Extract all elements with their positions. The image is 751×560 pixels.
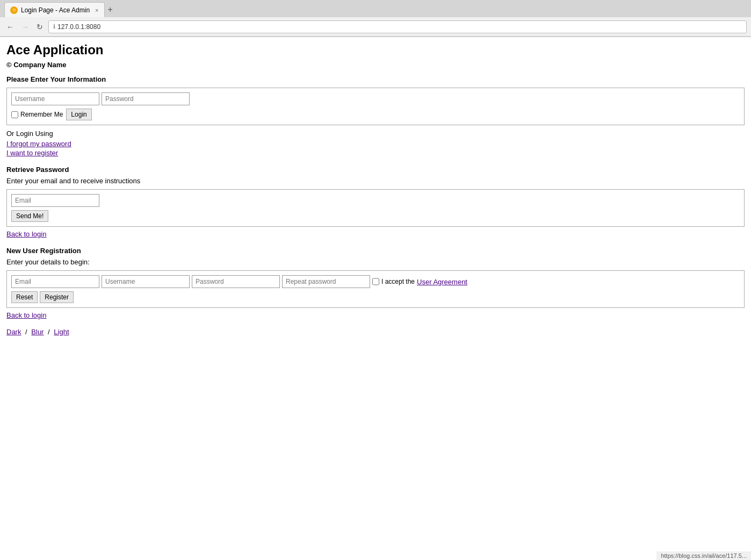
registration-password-input[interactable] bbox=[192, 275, 280, 288]
theme-links: Dark / Blur / Light bbox=[6, 328, 745, 336]
password-input[interactable] bbox=[102, 92, 190, 105]
login-section-heading: Please Enter Your Information bbox=[6, 75, 745, 83]
back-button[interactable]: ← bbox=[4, 21, 16, 32]
tab-close-button[interactable]: × bbox=[95, 7, 98, 13]
registration-repeat-password-input[interactable] bbox=[282, 275, 370, 288]
registration-section: New User Registration Enter your details… bbox=[6, 247, 745, 319]
reset-button[interactable]: Reset bbox=[11, 291, 38, 303]
send-me-button[interactable]: Send Me! bbox=[11, 210, 48, 222]
refresh-button[interactable]: ↻ bbox=[34, 21, 45, 32]
username-input[interactable] bbox=[11, 92, 99, 105]
forgot-password-link[interactable]: I forgot my password bbox=[6, 140, 745, 148]
retrieve-section: Retrieve Password Enter your email and t… bbox=[6, 166, 745, 238]
registration-form: I accept the User Agreement Reset Regist… bbox=[6, 270, 745, 308]
address-bar[interactable]: ℹ 127.0.0.1:8080 bbox=[48, 20, 747, 33]
theme-separator-1: / bbox=[25, 328, 27, 336]
retrieve-description: Enter your email and to receive instruct… bbox=[6, 177, 745, 185]
or-login-text: Or Login Using bbox=[6, 130, 745, 138]
registration-description: Enter your details to begin: bbox=[6, 258, 745, 266]
dark-theme-link[interactable]: Dark bbox=[6, 328, 21, 336]
active-tab[interactable]: ⊙ Login Page - Ace Admin × bbox=[4, 2, 105, 17]
remember-me-label: Remember Me bbox=[11, 111, 63, 118]
blur-theme-link[interactable]: Blur bbox=[31, 328, 44, 336]
theme-separator-2: / bbox=[48, 328, 50, 336]
registration-username-input[interactable] bbox=[102, 275, 190, 288]
app-title: Ace Application bbox=[6, 42, 745, 58]
login-row: Remember Me Login bbox=[11, 109, 740, 120]
nav-bar: ← → ↻ ℹ 127.0.0.1:8080 bbox=[0, 17, 751, 37]
retrieve-email-input[interactable] bbox=[11, 194, 99, 207]
login-inputs bbox=[11, 92, 740, 105]
registration-back-to-login-link[interactable]: Back to login bbox=[6, 311, 745, 319]
browser-chrome: ⊙ Login Page - Ace Admin × + ← → ↻ ℹ 127… bbox=[0, 0, 751, 37]
login-button[interactable]: Login bbox=[66, 109, 91, 120]
new-tab-button[interactable]: + bbox=[105, 5, 116, 15]
tab-bar: ⊙ Login Page - Ace Admin × + bbox=[0, 0, 751, 17]
company-name: © Company Name bbox=[6, 61, 745, 69]
registration-buttons: Reset Register bbox=[11, 291, 740, 303]
page-content: Ace Application © Company Name Please En… bbox=[0, 37, 751, 341]
light-theme-link[interactable]: Light bbox=[54, 328, 69, 336]
retrieve-heading: Retrieve Password bbox=[6, 166, 745, 174]
lock-icon: ℹ bbox=[53, 23, 55, 30]
retrieve-back-to-login-link[interactable]: Back to login bbox=[6, 230, 745, 238]
login-form: Remember Me Login bbox=[6, 88, 745, 125]
register-button[interactable]: Register bbox=[40, 291, 74, 303]
forward-button[interactable]: → bbox=[19, 21, 31, 32]
registration-heading: New User Registration bbox=[6, 247, 745, 255]
registration-inputs: I accept the User Agreement bbox=[11, 275, 740, 288]
tab-favicon: ⊙ bbox=[10, 6, 18, 14]
tab-title: Login Page - Ace Admin bbox=[21, 6, 90, 14]
retrieve-form: Send Me! bbox=[6, 189, 745, 227]
accept-text: I accept the bbox=[381, 278, 415, 285]
registration-email-input[interactable] bbox=[11, 275, 99, 288]
want-to-register-link[interactable]: I want to register bbox=[6, 149, 745, 157]
accept-row: I accept the User Agreement bbox=[372, 275, 467, 288]
accept-agreement-checkbox[interactable] bbox=[372, 275, 379, 288]
remember-me-checkbox[interactable] bbox=[11, 111, 18, 118]
address-url: 127.0.0.1:8080 bbox=[57, 23, 100, 31]
user-agreement-link[interactable]: User Agreement bbox=[417, 278, 467, 286]
